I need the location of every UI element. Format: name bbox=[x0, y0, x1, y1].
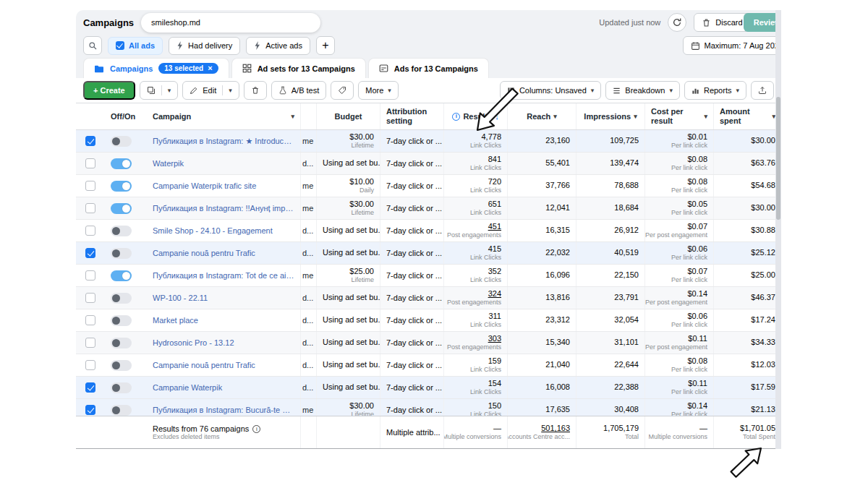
campaign-toggle[interactable] bbox=[111, 293, 132, 304]
campaign-toggle[interactable] bbox=[111, 136, 132, 147]
header-checkbox-cell[interactable] bbox=[76, 111, 105, 121]
tag-button[interactable] bbox=[331, 81, 354, 100]
campaign-name-link[interactable]: Waterpik bbox=[153, 159, 294, 168]
chevron-down-icon[interactable]: ▾ bbox=[291, 113, 294, 120]
campaign-toggle[interactable] bbox=[111, 270, 132, 281]
campaign-name-link[interactable]: Публикация в Instagram: Bucură-te de un … bbox=[153, 406, 294, 414]
campaign-toggle[interactable] bbox=[111, 382, 132, 393]
budget-cell: $25.00Lifetime bbox=[316, 265, 380, 286]
row-checkbox[interactable] bbox=[85, 248, 95, 258]
chevron-down-icon[interactable]: ▾ bbox=[553, 113, 557, 120]
chevron-down-icon[interactable]: ▾ bbox=[704, 113, 707, 120]
campaign-name-link[interactable]: Публикация в Instagram: ★ Introducerea u… bbox=[153, 137, 294, 146]
row-checkbox[interactable] bbox=[85, 360, 95, 370]
chevron-down-icon[interactable]: ▾ bbox=[634, 113, 637, 120]
delete-button[interactable] bbox=[244, 81, 267, 100]
vertical-scrollbar[interactable] bbox=[775, 10, 781, 449]
add-filter-button[interactable]: + bbox=[316, 36, 335, 55]
header-campaign[interactable]: Campaign ▾ bbox=[147, 112, 300, 121]
cost-per-result-cell: $0.11Per post engagement bbox=[644, 332, 713, 354]
create-button[interactable]: + Create bbox=[83, 81, 135, 100]
more-button[interactable]: More ▾ bbox=[358, 81, 399, 100]
account-search-pill[interactable]: smileshop.md bbox=[141, 13, 320, 33]
campaign-name-link[interactable]: Публикация в Instagram: !!Анунț importan… bbox=[153, 204, 294, 213]
search-icon bbox=[88, 41, 98, 51]
campaign-toggle[interactable] bbox=[111, 338, 132, 348]
impressions-cell: 31,101 bbox=[576, 332, 644, 354]
campaign-name-link[interactable]: Smile Shop - 24.10 - Engagement bbox=[153, 226, 294, 235]
row-checkbox[interactable] bbox=[85, 293, 95, 303]
reports-button[interactable]: Reports ▾ bbox=[684, 81, 746, 100]
amount-spent-cell: $30.00 bbox=[713, 130, 781, 152]
campaign-toggle[interactable] bbox=[111, 360, 132, 371]
filter-had-delivery[interactable]: Had delivery bbox=[169, 37, 240, 55]
campaign-toggle[interactable] bbox=[111, 315, 132, 326]
row-checkbox[interactable] bbox=[85, 203, 95, 213]
duplicate-button[interactable]: ▾ bbox=[140, 81, 179, 100]
campaign-toggle[interactable] bbox=[111, 226, 132, 236]
campaign-cell: Campanie nouă pentru Trafic bbox=[147, 361, 300, 369]
divider bbox=[222, 85, 223, 95]
info-icon[interactable]: i bbox=[252, 425, 260, 433]
campaign-toggle[interactable] bbox=[111, 181, 132, 192]
scrollbar-thumb[interactable] bbox=[776, 97, 780, 220]
reach-cell: 16,008 bbox=[507, 377, 576, 398]
filter-all-ads[interactable]: All ads bbox=[108, 37, 163, 55]
sort-desc-icon[interactable]: ↓ bbox=[495, 112, 499, 121]
breakdown-button[interactable]: Breakdown ▾ bbox=[605, 81, 680, 100]
campaign-name-link[interactable]: Campanie Waterpik bbox=[153, 383, 294, 392]
campaign-toggle[interactable] bbox=[111, 158, 132, 169]
campaign-name-link[interactable]: Публикация в Instagram: Tot de ce ai nev… bbox=[153, 271, 294, 280]
search-button[interactable] bbox=[83, 36, 102, 55]
campaign-name-link[interactable]: Campanie nouă pentru Trafic bbox=[153, 361, 294, 369]
refresh-button[interactable] bbox=[668, 13, 686, 32]
campaign-name-link[interactable]: Market place bbox=[153, 316, 294, 325]
header-reach[interactable]: Reach ▾ bbox=[507, 103, 576, 129]
campaign-name-link[interactable]: Campanie Waterpik trafic site bbox=[153, 181, 294, 190]
tab-adsets[interactable]: Ad sets for 13 Campaigns bbox=[231, 58, 366, 78]
row-checkbox[interactable] bbox=[85, 315, 95, 325]
header-amount-spent[interactable]: Amount spent ▾ bbox=[713, 103, 781, 129]
row-checkbox[interactable] bbox=[85, 226, 95, 236]
hidden-column-cell: d... bbox=[300, 287, 316, 309]
cost-per-result-cell: $0.06Per link click bbox=[644, 309, 713, 331]
chevron-down-icon[interactable]: ▾ bbox=[229, 87, 232, 94]
campaign-toggle[interactable] bbox=[111, 248, 132, 259]
campaign-toggle[interactable] bbox=[111, 203, 132, 214]
campaign-cell: Market place bbox=[147, 316, 300, 325]
row-checkbox[interactable] bbox=[85, 158, 95, 168]
table-row: Публикация в Instagram: Tot de ce ai nev… bbox=[76, 265, 781, 287]
toggle-knob bbox=[122, 182, 130, 190]
campaign-name-link[interactable]: Campanie nouă pentru Trafic bbox=[153, 249, 294, 257]
row-checkbox[interactable] bbox=[85, 181, 95, 191]
date-range-selector[interactable]: Maximum: 7 Aug 2021 bbox=[683, 36, 781, 55]
row-checkbox[interactable] bbox=[85, 405, 95, 415]
selected-count-badge[interactable]: 13 selected × bbox=[158, 63, 218, 74]
campaign-name-link[interactable]: Hydrosonic Pro - 13.12 bbox=[153, 338, 294, 347]
columns-button[interactable]: Columns: Unsaved ▾ bbox=[500, 81, 601, 100]
filter-active-ads[interactable]: Active ads bbox=[246, 37, 310, 55]
export-button[interactable] bbox=[751, 81, 774, 100]
attribution-cell: 7-day click or ... bbox=[380, 265, 443, 286]
campaign-cell: Публикация в Instagram: Bucură-te de un … bbox=[147, 406, 300, 414]
ab-test-button[interactable]: A/B test bbox=[271, 81, 327, 100]
campaign-name-link[interactable]: WP-100 - 22.11 bbox=[153, 294, 294, 302]
edit-button[interactable]: Edit ▾ bbox=[182, 81, 239, 100]
row-checkbox[interactable] bbox=[85, 270, 95, 281]
header-impressions[interactable]: Impressions ▾ bbox=[576, 103, 644, 129]
tab-campaigns[interactable]: Campaigns 13 selected × bbox=[83, 58, 229, 78]
header-results[interactable]: i Results ↓ bbox=[443, 103, 507, 129]
campaign-toggle[interactable] bbox=[111, 405, 132, 416]
clear-selection-icon[interactable]: × bbox=[208, 64, 212, 72]
row-checkbox[interactable] bbox=[85, 136, 95, 146]
info-icon[interactable]: i bbox=[452, 113, 460, 121]
tab-ads[interactable]: Ads for 13 Campaigns bbox=[368, 58, 489, 78]
header-budget[interactable]: Budget bbox=[316, 103, 380, 129]
row-checkbox[interactable] bbox=[85, 382, 95, 393]
header-cost-per-result[interactable]: Cost per result ▾ bbox=[644, 103, 713, 129]
amount-spent-cell: $54.68 bbox=[713, 175, 781, 197]
table-body: Публикация в Instagram: ★ Introducerea u… bbox=[76, 130, 781, 416]
row-checkbox[interactable] bbox=[85, 338, 95, 348]
chevron-down-icon[interactable]: ▾ bbox=[168, 87, 171, 94]
bar-chart-icon bbox=[692, 87, 699, 95]
